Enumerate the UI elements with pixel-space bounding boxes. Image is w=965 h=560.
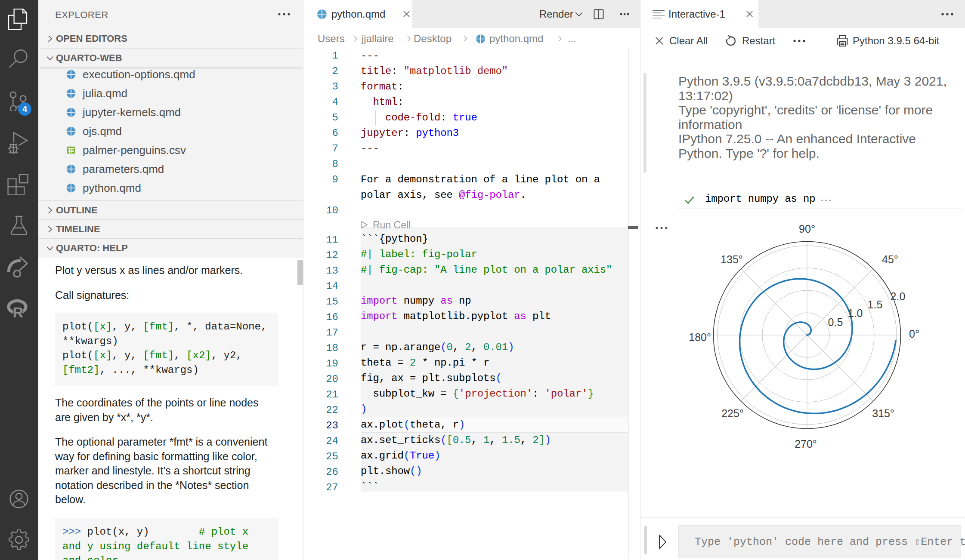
svg-text:1.0: 1.0 [848, 307, 863, 319]
svg-text:270°: 270° [795, 438, 817, 450]
svg-text:0.5: 0.5 [828, 316, 843, 328]
svg-text:180°: 180° [689, 331, 711, 343]
svg-text:1.5: 1.5 [868, 298, 883, 311]
svg-text:0°: 0° [909, 328, 919, 340]
svg-text:315°: 315° [872, 407, 894, 419]
svg-text:2.0: 2.0 [891, 290, 906, 302]
svg-text:45°: 45° [882, 253, 898, 265]
svg-text:R: R [12, 304, 23, 318]
svg-text:225°: 225° [721, 407, 744, 419]
svg-text:90°: 90° [799, 223, 815, 235]
svg-text:135°: 135° [721, 253, 743, 265]
